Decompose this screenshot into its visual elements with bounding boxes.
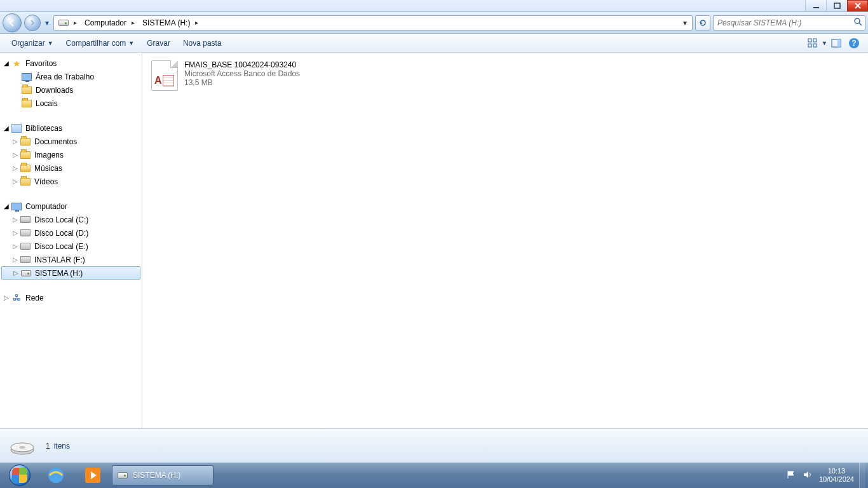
taskbar: SISTEMA (H:) 10:13 10/04/2024 [0, 463, 868, 488]
expand-icon[interactable]: ▷ [12, 269, 20, 277]
collapse-icon[interactable]: ◢ [3, 125, 10, 132]
sidebar-item-drive-h[interactable]: ▷SISTEMA (H:) [1, 266, 140, 280]
svg-rect-0 [813, 7, 819, 8]
tray-flag-icon[interactable] [786, 470, 796, 482]
media-player-icon [83, 465, 103, 485]
libraries-icon [11, 124, 22, 133]
close-icon [854, 2, 862, 10]
toolbar-label: Compartilhar com [66, 39, 126, 48]
sidebar-item-label: Disco Local (D:) [34, 229, 88, 238]
search-icon[interactable] [853, 17, 862, 28]
breadcrumb-label: SISTEMA (H:) [142, 18, 190, 27]
forward-button[interactable] [24, 15, 41, 31]
breadcrumb-label: Computador [85, 18, 126, 27]
sidebar-item-drive-e[interactable]: ▷Disco Local (E:) [0, 240, 142, 253]
start-button[interactable] [3, 463, 37, 488]
svg-line-3 [859, 23, 862, 25]
preview-pane-button[interactable] [829, 36, 844, 51]
expand-icon[interactable]: ▷ [11, 256, 19, 264]
sidebar-item-drive-f[interactable]: ▷INSTALAR (F:) [0, 253, 142, 266]
search-box[interactable] [713, 15, 865, 30]
new-folder-button[interactable]: Nova pasta [177, 34, 228, 52]
status-bar: 1 itens [0, 428, 868, 463]
disk-icon [20, 216, 31, 223]
expand-icon[interactable]: ▷ [11, 216, 19, 224]
expand-icon[interactable]: ▷ [3, 294, 10, 302]
expand-icon[interactable]: ▷ [11, 229, 19, 237]
address-dropdown[interactable]: ▾ [679, 18, 691, 27]
sidebar-favorites[interactable]: ◢ ★ Favoritos [0, 57, 142, 70]
collapse-icon[interactable]: ◢ [3, 203, 10, 210]
expand-icon[interactable]: ▷ [11, 243, 19, 250]
file-list[interactable]: A FMAIS_BASE 10042024-093240 Microsoft A… [142, 53, 868, 428]
breadcrumb-computer[interactable]: Computador ▸ [81, 16, 139, 30]
sidebar-item-drive-c[interactable]: ▷Disco Local (C:) [0, 213, 142, 226]
sidebar-item-documents[interactable]: ▷Documentos [0, 135, 142, 148]
drive-icon [21, 270, 31, 276]
sidebar-item-music[interactable]: ▷Músicas [0, 161, 142, 175]
toolbar-label: Nova pasta [183, 39, 222, 48]
nav-history-dropdown[interactable]: ▾ [43, 18, 51, 27]
collapse-icon[interactable]: ◢ [3, 60, 10, 67]
clock-date: 10/04/2024 [819, 475, 854, 484]
tray-clock[interactable]: 10:13 10/04/2024 [819, 467, 854, 484]
back-button[interactable] [3, 13, 22, 32]
taskbar-pin-ie[interactable] [38, 463, 74, 488]
burn-button[interactable]: Gravar [140, 34, 177, 52]
sidebar-libraries[interactable]: ◢ Bibliotecas [0, 121, 142, 135]
computer-icon [11, 203, 22, 210]
drive-icon [58, 20, 69, 26]
expand-icon[interactable]: ▷ [11, 165, 19, 172]
svg-rect-9 [837, 39, 841, 47]
chevron-down-icon: ▾ [683, 18, 687, 27]
file-size: 13,5 MB [184, 78, 300, 87]
help-button[interactable]: ? [846, 36, 862, 51]
expand-icon[interactable]: ▷ [11, 151, 19, 159]
taskbar-pin-media[interactable] [75, 463, 111, 488]
close-button[interactable] [847, 0, 868, 11]
breadcrumb-drive[interactable]: SISTEMA (H:) ▸ [139, 16, 203, 30]
breadcrumb-arrow-icon: ▸ [130, 19, 136, 26]
sidebar-network[interactable]: ▷ 🖧 Rede [0, 291, 142, 304]
disk-icon [20, 229, 31, 236]
svg-rect-5 [813, 39, 817, 42]
status-label: itens [54, 442, 70, 451]
refresh-icon [698, 18, 707, 27]
sidebar-item-drive-d[interactable]: ▷Disco Local (D:) [0, 226, 142, 240]
disk-icon [20, 243, 31, 250]
address-bar[interactable]: ▸ Computador ▸ SISTEMA (H:) ▸ ▾ [53, 15, 693, 30]
search-input[interactable] [716, 18, 853, 28]
organize-button[interactable]: Organizar ▼ [5, 34, 60, 52]
navigation-bar: ▾ ▸ Computador ▸ SISTEMA (H:) ▸ ▾ [0, 12, 868, 34]
navigation-sidebar: ◢ ★ Favoritos Área de Trabalho Downloads… [0, 53, 142, 428]
taskbar-window-explorer[interactable]: SISTEMA (H:) [112, 465, 214, 485]
file-item[interactable]: A FMAIS_BASE 10042024-093240 Microsoft A… [147, 58, 863, 93]
sidebar-item-label: Disco Local (C:) [34, 215, 88, 224]
share-button[interactable]: Compartilhar com ▼ [60, 34, 141, 52]
window-titlebar [0, 0, 868, 12]
arrow-left-icon [8, 18, 17, 27]
sidebar-item-desktop[interactable]: Área de Trabalho [0, 70, 142, 83]
sidebar-item-places[interactable]: Locais [0, 97, 142, 110]
tray-volume-icon[interactable] [803, 470, 813, 482]
desktop-icon [22, 73, 32, 81]
sidebar-label: Favoritos [25, 59, 57, 68]
sidebar-computer[interactable]: ◢ Computador [0, 200, 142, 213]
help-icon: ? [848, 37, 860, 49]
taskbar-window-label: SISTEMA (H:) [133, 471, 180, 480]
view-mode-button[interactable] [805, 36, 820, 51]
sidebar-item-label: INSTALAR (F:) [34, 255, 85, 264]
maximize-button[interactable] [826, 0, 847, 11]
refresh-button[interactable] [695, 15, 710, 30]
expand-icon[interactable]: ▷ [11, 178, 19, 186]
show-desktop-button[interactable] [859, 463, 865, 488]
expand-icon[interactable]: ▷ [11, 138, 19, 146]
view-mode-dropdown[interactable]: ▼ [822, 40, 827, 46]
sidebar-item-label: Imagens [34, 151, 64, 159]
breadcrumb-root[interactable]: ▸ [55, 16, 81, 30]
sidebar-item-videos[interactable]: ▷Vídeos [0, 175, 142, 188]
sidebar-item-images[interactable]: ▷Imagens [0, 148, 142, 161]
minimize-button[interactable] [805, 0, 826, 11]
sidebar-item-downloads[interactable]: Downloads [0, 83, 142, 97]
svg-rect-4 [808, 39, 811, 42]
